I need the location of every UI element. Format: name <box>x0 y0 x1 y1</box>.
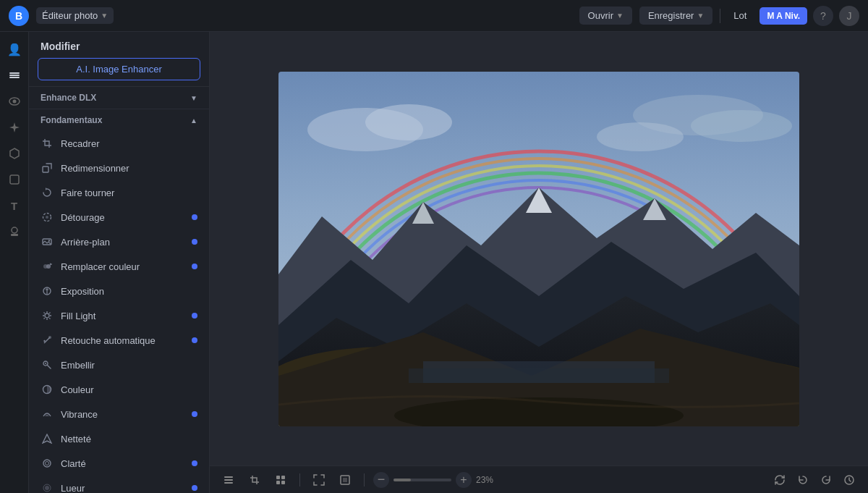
bottom-right-actions <box>770 470 859 490</box>
menu-item-remplacer-couleur[interactable]: Remplacer couleur <box>29 254 209 279</box>
dot-retouche-automatique <box>192 337 197 343</box>
svg-point-35 <box>43 460 51 467</box>
svg-rect-67 <box>224 482 233 484</box>
ai-enhancer-button[interactable]: A.I. Image Enhancer <box>38 58 200 80</box>
refresh-button[interactable] <box>770 470 790 490</box>
nav-box-icon[interactable] <box>3 168 26 191</box>
dot-clarte <box>192 460 197 466</box>
nav-sparkle-icon[interactable] <box>3 116 26 139</box>
color-replace-icon <box>41 260 54 273</box>
menu-item-clarte[interactable]: Clarté <box>29 451 209 476</box>
topbar-right: M A Niv. ? J <box>760 6 859 26</box>
bottom-bar: − + 23% <box>210 465 868 493</box>
app-title-button[interactable]: Éditeur photo ▼ <box>36 7 114 24</box>
fit-button[interactable] <box>309 470 329 490</box>
glow-icon <box>41 481 54 493</box>
section-fondamentaux[interactable]: Fondamentaux ▲ <box>29 109 209 131</box>
nav-hexagon-icon[interactable] <box>3 142 26 165</box>
zoom-out-button[interactable]: − <box>373 472 389 488</box>
svg-line-26 <box>49 318 50 319</box>
nav-layers-icon[interactable] <box>3 64 26 87</box>
redo-button[interactable] <box>816 470 836 490</box>
nav-stamp-icon[interactable] <box>3 220 26 243</box>
nav-person-icon[interactable]: 👤 <box>3 38 26 61</box>
menu-item-embellir[interactable]: Embellir <box>29 353 209 377</box>
left-nav: 👤 T <box>0 32 29 493</box>
dot-vibrance <box>192 411 197 417</box>
menu-item-retouche-automatique[interactable]: Retouche automatique <box>29 328 209 353</box>
svg-line-25 <box>44 313 45 313</box>
bottom-separator-2 <box>364 473 365 486</box>
menu-item-faire-tourner[interactable]: Faire tourner <box>29 180 209 205</box>
svg-line-27 <box>49 313 50 313</box>
grid-bottom-button[interactable] <box>271 470 291 490</box>
svg-marker-34 <box>43 434 51 443</box>
svg-point-43 <box>365 104 452 140</box>
history-button[interactable] <box>839 470 859 490</box>
svg-rect-0 <box>9 72 20 74</box>
section-enhance-dlx[interactable]: Enhance DLX ▼ <box>29 86 209 109</box>
user-icon: J <box>847 10 852 22</box>
crop-bottom-button[interactable] <box>244 470 265 490</box>
zoom-slider[interactable] <box>393 479 451 481</box>
svg-rect-68 <box>276 476 280 479</box>
svg-point-45 <box>691 110 792 142</box>
svg-marker-6 <box>10 148 19 159</box>
svg-point-37 <box>45 486 49 490</box>
svg-point-8 <box>12 227 17 233</box>
canvas-container <box>210 32 868 465</box>
svg-rect-10 <box>43 167 48 172</box>
menu-item-arriere-plan[interactable]: Arrière-plan <box>29 229 209 254</box>
help-icon: ? <box>820 10 826 22</box>
fill-light-icon <box>41 309 54 322</box>
save-button[interactable]: Enregistrer ▼ <box>639 7 712 25</box>
background-icon <box>41 235 54 248</box>
clarity-icon <box>41 457 54 470</box>
dot-detourage <box>192 214 197 220</box>
dot-remplacer-couleur <box>192 264 197 269</box>
svg-rect-9 <box>11 234 18 236</box>
exposure-icon <box>41 285 54 298</box>
save-chevron-icon: ▼ <box>697 12 704 20</box>
svg-rect-1 <box>9 75 20 76</box>
fullscreen-button[interactable] <box>335 470 355 490</box>
sidebar: Modifier A.I. Image Enhancer Enhance DLX… <box>29 32 210 493</box>
nav-eye-icon[interactable] <box>3 90 26 113</box>
svg-point-20 <box>45 313 49 318</box>
svg-rect-71 <box>281 481 285 484</box>
menu-item-lueur[interactable]: Lueur <box>29 476 209 493</box>
lot-button[interactable]: Lot <box>728 7 752 25</box>
svg-rect-69 <box>281 476 285 479</box>
menu-item-vibrance[interactable]: Vibrance <box>29 402 209 426</box>
svg-point-30 <box>48 336 51 339</box>
undo-button[interactable] <box>793 470 813 490</box>
menu-item-recadrer[interactable]: Recadrer <box>29 131 209 156</box>
menu-item-detourage[interactable]: Détourage <box>29 205 209 229</box>
menu-item-nettete[interactable]: Netteté <box>29 426 209 451</box>
open-button[interactable]: Ouvrir ▼ <box>579 7 632 25</box>
svg-point-46 <box>597 122 684 151</box>
detour-icon <box>41 211 54 224</box>
svg-marker-5 <box>9 122 20 132</box>
help-button[interactable]: ? <box>813 6 833 26</box>
topbar: B Éditeur photo ▼ Ouvrir ▼ Enregistrer ▼… <box>0 0 868 32</box>
menu-item-exposition[interactable]: Exposition <box>29 279 209 303</box>
crop-icon <box>41 137 54 150</box>
canvas-image <box>278 72 799 426</box>
sidebar-menu: Enhance DLX ▼ Fondamentaux ▲ Recadrer Re… <box>29 86 209 493</box>
nav-text-icon[interactable]: T <box>3 194 26 217</box>
layers-bottom-button[interactable] <box>218 470 239 490</box>
svg-line-28 <box>44 318 45 319</box>
menu-item-fill-light[interactable]: Fill Light <box>29 303 209 328</box>
embellish-icon <box>41 358 54 371</box>
menu-item-redimensionner[interactable]: Redimensionner <box>29 156 209 180</box>
separator <box>720 9 720 23</box>
svg-rect-65 <box>224 476 233 478</box>
bottom-separator-1 <box>299 473 300 486</box>
avatar-button[interactable]: M A Niv. <box>760 7 807 25</box>
svg-rect-73 <box>343 478 347 482</box>
svg-rect-2 <box>9 77 20 78</box>
zoom-in-button[interactable]: + <box>456 472 472 488</box>
user-menu-button[interactable]: J <box>839 6 859 26</box>
menu-item-couleur[interactable]: Couleur <box>29 377 209 402</box>
